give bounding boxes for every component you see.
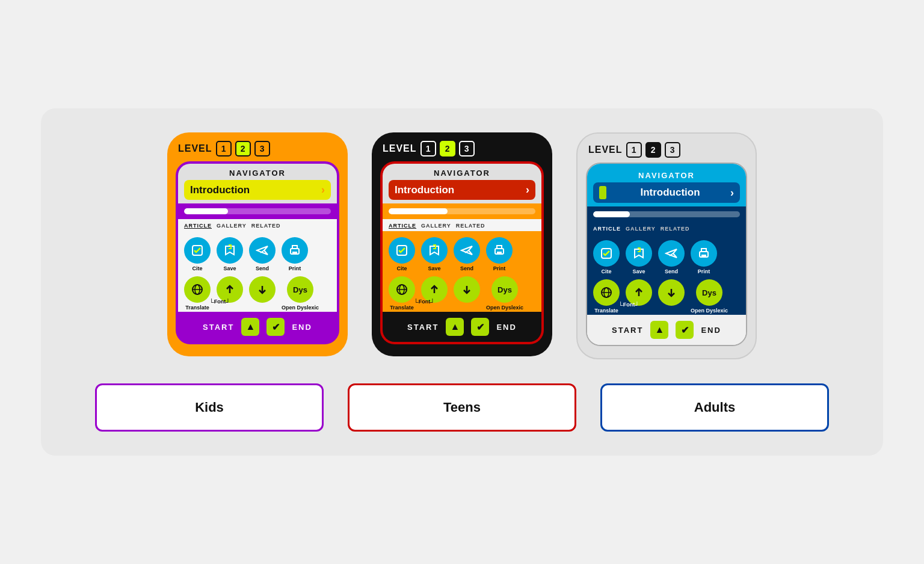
- adults-translate-icon: [593, 279, 620, 306]
- adults-cite-icon: [593, 240, 620, 267]
- teens-print-button[interactable]: Print: [486, 237, 513, 271]
- teens-level-3[interactable]: 3: [459, 141, 475, 156]
- adults-tab-gallery[interactable]: GALLERY: [626, 226, 656, 232]
- svg-rect-14: [497, 246, 502, 249]
- adults-start-btn[interactable]: ▲: [650, 321, 668, 339]
- adults-translate-button[interactable]: Translate: [593, 279, 620, 314]
- kids-navigator-subtitle[interactable]: Introduction ›: [184, 180, 331, 200]
- teens-btn-row-1: Cite Save: [389, 237, 535, 271]
- teens-save-button[interactable]: Save: [421, 237, 448, 271]
- kids-arrow-icon: ›: [321, 184, 325, 196]
- svg-rect-22: [701, 255, 706, 258]
- kids-send-label: Send: [256, 265, 269, 271]
- kids-label[interactable]: Kids: [95, 383, 324, 432]
- teens-send-label: Send: [460, 265, 473, 271]
- kids-tab-related[interactable]: RELATED: [251, 223, 281, 229]
- kids-intro-text: Introduction: [190, 184, 250, 196]
- adults-send-button[interactable]: Send: [658, 240, 685, 274]
- teens-tab-related[interactable]: RELATED: [456, 223, 485, 229]
- kids-end-btn[interactable]: ✔: [266, 318, 285, 336]
- adults-tab-related[interactable]: RELATED: [661, 226, 690, 232]
- teens-audience-text: Teens: [443, 400, 481, 415]
- kids-cite-label: Cite: [192, 265, 202, 271]
- kids-tab-gallery[interactable]: GALLERY: [217, 223, 247, 229]
- adults-level-bar: LEVEL 1 2 3: [586, 142, 747, 158]
- kids-audience-text: Kids: [195, 400, 224, 415]
- kids-start-label: START: [203, 323, 234, 332]
- svg-rect-4: [292, 252, 297, 255]
- adults-font-label: Font: [623, 302, 635, 309]
- kids-level-3[interactable]: 3: [254, 141, 270, 156]
- main-container: LEVEL 1 2 3 NAVIGATOR Introduction ›: [41, 108, 883, 456]
- teens-cite-button[interactable]: Cite: [389, 237, 415, 271]
- teens-level-text: LEVEL: [383, 143, 417, 154]
- kids-cite-button[interactable]: Cite: [184, 237, 211, 271]
- kids-bottom-bar: START ▲ ✔ END: [178, 312, 337, 342]
- teens-arrow-icon: ›: [526, 184, 529, 196]
- teens-start-btn[interactable]: ▲: [446, 318, 464, 336]
- kids-translate-icon: [184, 276, 211, 303]
- adults-print-icon: [691, 240, 717, 267]
- teens-level-1[interactable]: 1: [420, 141, 436, 156]
- adults-progress-area: [587, 206, 746, 222]
- kids-translate-button[interactable]: Translate: [184, 276, 211, 311]
- adults-level-1[interactable]: 1: [626, 142, 642, 158]
- teens-bottom-bar: START ▲ ✔ END: [383, 312, 541, 342]
- teens-translate-button[interactable]: Translate: [389, 276, 415, 311]
- adults-font-brace-left: └: [618, 302, 623, 309]
- adults-navigator-header: NAVIGATOR Introduction ›: [587, 164, 746, 206]
- adults-end-label: END: [701, 326, 721, 335]
- kids-level-bar: LEVEL 1 2 3: [176, 141, 339, 156]
- teens-print-label: Print: [493, 265, 506, 271]
- adults-progress-track: [593, 211, 740, 217]
- teens-font-label: Font: [419, 299, 431, 306]
- kids-send-button[interactable]: Send: [249, 237, 276, 271]
- kids-phone-outer: LEVEL 1 2 3 NAVIGATOR Introduction ›: [167, 132, 348, 356]
- adults-save-icon: [626, 240, 652, 267]
- adults-end-btn[interactable]: ✔: [676, 321, 694, 339]
- teens-navigator-subtitle[interactable]: Introduction ›: [389, 180, 535, 200]
- adults-label[interactable]: Adults: [600, 383, 829, 432]
- svg-marker-1: [257, 246, 268, 255]
- teens-tab-gallery[interactable]: GALLERY: [421, 223, 451, 229]
- adults-bottom-bar: START ▲ ✔ END: [587, 315, 746, 345]
- kids-save-button[interactable]: Save: [217, 237, 243, 271]
- kids-phone: LEVEL 1 2 3 NAVIGATOR Introduction ›: [167, 132, 348, 356]
- kids-navigator-title: NAVIGATOR: [184, 169, 331, 178]
- adults-print-button[interactable]: Print: [691, 240, 717, 274]
- kids-print-button[interactable]: Print: [282, 237, 308, 271]
- kids-font-brace-left: └: [209, 299, 214, 306]
- teens-end-label: END: [496, 323, 516, 332]
- adults-level-2[interactable]: 2: [645, 142, 661, 158]
- kids-level-text: LEVEL: [178, 143, 212, 154]
- teens-progress-area: [383, 203, 541, 219]
- adults-cite-button[interactable]: Cite: [593, 240, 620, 274]
- kids-level-1[interactable]: 1: [216, 141, 232, 156]
- adults-navigator-subtitle[interactable]: Introduction ›: [593, 182, 740, 203]
- kids-level-2[interactable]: 2: [235, 141, 251, 156]
- teens-label[interactable]: Teens: [348, 383, 576, 432]
- teens-tabs: ARTICLE GALLERY RELATED: [383, 219, 541, 231]
- teens-send-button[interactable]: Send: [454, 237, 480, 271]
- kids-start-btn[interactable]: ▲: [241, 318, 259, 336]
- adults-tabs: ARTICLE GALLERY RELATED: [587, 222, 746, 234]
- teens-start-label: START: [407, 323, 439, 332]
- teens-level-bar: LEVEL 1 2 3: [380, 141, 544, 156]
- teens-level-2[interactable]: 2: [440, 141, 455, 156]
- adults-save-button[interactable]: Save: [626, 240, 652, 274]
- kids-font-brace-right: ┘: [226, 299, 230, 306]
- adults-level-3[interactable]: 3: [665, 142, 680, 158]
- kids-save-icon: [217, 237, 243, 264]
- adults-start-label: START: [612, 326, 643, 335]
- kids-tab-article[interactable]: ARTICLE: [184, 223, 212, 229]
- teens-end-btn[interactable]: ✔: [471, 318, 489, 336]
- teens-tab-article[interactable]: ARTICLE: [389, 223, 416, 229]
- adults-phone: LEVEL 1 2 3 NAVIGATOR Introduction ›: [576, 132, 757, 359]
- kids-cite-icon: [184, 237, 211, 264]
- adults-intro-text: Introduction: [610, 187, 730, 199]
- adults-btn-row-1: Cite Save: [593, 240, 740, 274]
- teens-font-brace-right: ┘: [430, 299, 435, 306]
- adults-tab-article[interactable]: ARTICLE: [593, 226, 621, 232]
- kids-print-icon: [282, 237, 308, 264]
- teens-navigator-title: NAVIGATOR: [389, 169, 535, 178]
